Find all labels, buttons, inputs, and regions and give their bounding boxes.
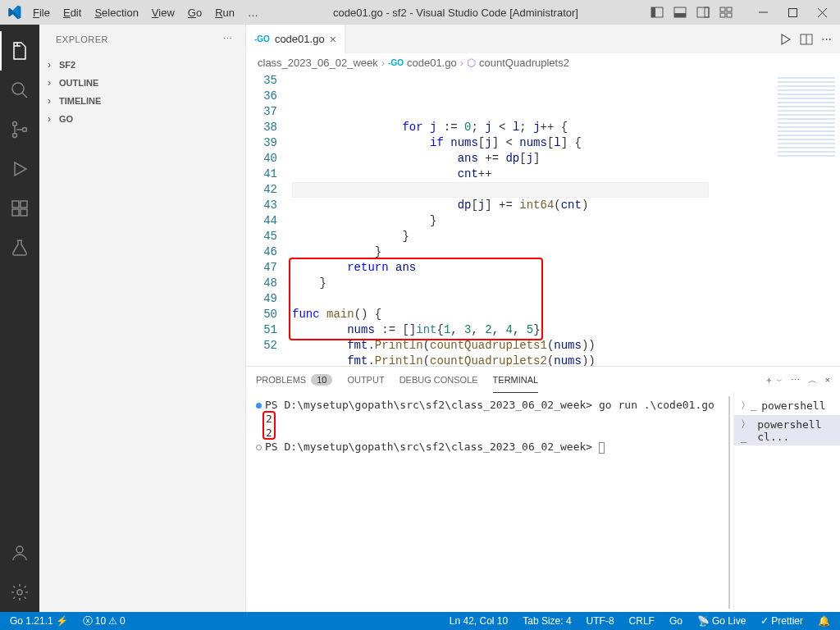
panel-more-icon[interactable]: ⋯ bbox=[791, 375, 800, 386]
tab-filename: code01.go bbox=[275, 33, 325, 45]
sidebar-section-outline[interactable]: ›OUTLINE bbox=[39, 74, 245, 92]
panel-tab-output[interactable]: OUTPUT bbox=[347, 367, 384, 393]
tab-code01[interactable]: -GO code01.go × bbox=[246, 25, 345, 53]
bottom-panel: PROBLEMS10OUTPUTDEBUG CONSOLETERMINAL ＋ … bbox=[246, 366, 840, 612]
status-ln-col[interactable]: Ln 42, Col 10 bbox=[446, 615, 511, 627]
svg-rect-20 bbox=[12, 209, 19, 216]
sidebar-section-go[interactable]: ›GO bbox=[39, 110, 245, 128]
status-eol[interactable]: CRLF bbox=[626, 615, 658, 627]
layout-panel-icon[interactable] bbox=[671, 3, 689, 21]
explorer-title: EXPLORER bbox=[56, 34, 108, 44]
svg-point-23 bbox=[16, 546, 23, 553]
tab-close-icon[interactable]: × bbox=[330, 33, 336, 46]
menu-edit[interactable]: Edit bbox=[58, 4, 86, 21]
highlight-output bbox=[262, 411, 276, 440]
terminal-output-line: 2 bbox=[256, 426, 724, 440]
explorer-sidebar: EXPLORER ⋯ ›SF2›OUTLINE›TIMELINE›GO bbox=[39, 25, 246, 612]
panel-tab-terminal[interactable]: TERMINAL bbox=[493, 367, 539, 393]
svg-rect-5 bbox=[705, 7, 709, 17]
svg-rect-1 bbox=[651, 7, 655, 17]
svg-rect-19 bbox=[12, 201, 19, 208]
status-go-live[interactable]: 📡Go Live bbox=[694, 615, 749, 627]
panel-tab-debug-console[interactable]: DEBUG CONSOLE bbox=[399, 367, 478, 393]
editor-tabs: -GO code01.go × ⋯ bbox=[246, 25, 840, 53]
editor-more-icon[interactable]: ⋯ bbox=[821, 33, 832, 45]
activity-extensions[interactable] bbox=[0, 189, 39, 228]
status-go-version[interactable]: Go 1.21.1 ⚡ bbox=[7, 615, 71, 627]
chevron-right-icon: › bbox=[48, 113, 59, 125]
breadcrumb[interactable]: class_2023_06_02_week › -GO code01.go › … bbox=[246, 53, 840, 71]
sidebar-section-sf2[interactable]: ›SF2 bbox=[39, 56, 245, 74]
breadcrumb-folder[interactable]: class_2023_06_02_week bbox=[258, 57, 378, 69]
activity-run-debug[interactable] bbox=[0, 149, 39, 189]
explorer-more-icon[interactable]: ⋯ bbox=[223, 34, 233, 44]
menu-file[interactable]: File bbox=[28, 4, 55, 21]
menu-run[interactable]: Run bbox=[210, 4, 240, 21]
terminal-item[interactable]: 〉_powershell bbox=[734, 396, 840, 415]
window-title: code01.go - sf2 - Visual Studio Code [Ad… bbox=[263, 7, 648, 19]
terminal-scrollbar[interactable] bbox=[728, 396, 730, 609]
titlebar: File Edit Selection View Go Run … code01… bbox=[0, 0, 840, 25]
code-editor[interactable]: 353637383940414243444546474849505152 for… bbox=[246, 71, 840, 366]
split-editor-icon[interactable] bbox=[800, 33, 813, 46]
svg-rect-8 bbox=[720, 13, 725, 17]
status-tab-size[interactable]: Tab Size: 4 bbox=[519, 615, 574, 627]
terminal-prompt-path: PS D:\mysetup\gopath\src\sf2\class_2023_… bbox=[265, 441, 592, 453]
terminal-output-line: 2 bbox=[256, 412, 724, 426]
svg-rect-21 bbox=[21, 209, 27, 216]
chevron-right-icon: › bbox=[48, 77, 59, 89]
svg-point-17 bbox=[13, 134, 17, 138]
svg-rect-22 bbox=[21, 201, 27, 208]
menu-view[interactable]: View bbox=[147, 4, 180, 21]
status-encoding[interactable]: UTF-8 bbox=[583, 615, 618, 627]
terminal-icon: 〉_ bbox=[741, 399, 756, 413]
menu-bar: File Edit Selection View Go Run … bbox=[28, 4, 263, 21]
activity-explorer[interactable] bbox=[0, 31, 39, 71]
activity-testing[interactable] bbox=[0, 228, 39, 267]
close-icon[interactable] bbox=[810, 3, 833, 21]
svg-rect-11 bbox=[788, 8, 797, 16]
svg-rect-4 bbox=[697, 7, 709, 17]
activity-source-control[interactable] bbox=[0, 110, 39, 149]
breadcrumb-symbol[interactable]: countQuadruplets2 bbox=[479, 57, 569, 69]
svg-point-14 bbox=[12, 83, 24, 94]
run-icon[interactable] bbox=[778, 33, 792, 46]
menu-go[interactable]: Go bbox=[183, 4, 207, 21]
minimap[interactable] bbox=[774, 71, 840, 366]
editor-area: -GO code01.go × ⋯ class_2023_06_02_week … bbox=[246, 25, 840, 612]
vscode-logo-icon bbox=[7, 5, 21, 20]
terminal-command: go run .\code01.go bbox=[599, 399, 714, 411]
terminal[interactable]: PS D:\mysetup\gopath\src\sf2\class_2023_… bbox=[246, 393, 733, 612]
activity-accounts[interactable] bbox=[0, 533, 39, 573]
terminal-item[interactable]: 〉_powershell cl... bbox=[734, 415, 840, 445]
new-terminal-icon[interactable]: ＋ ﹀ bbox=[765, 374, 783, 386]
highlight-main-func bbox=[289, 258, 543, 340]
menu-more[interactable]: … bbox=[243, 4, 263, 21]
layout-sidebar-right-icon[interactable] bbox=[694, 3, 712, 21]
activity-bar bbox=[0, 25, 39, 612]
breadcrumb-file[interactable]: code01.go bbox=[407, 57, 457, 69]
chevron-right-icon: › bbox=[48, 95, 59, 107]
panel-tab-problems[interactable]: PROBLEMS10 bbox=[256, 367, 332, 393]
svg-rect-9 bbox=[727, 13, 732, 17]
activity-settings[interactable] bbox=[0, 573, 39, 612]
status-prettier[interactable]: ✓Prettier bbox=[757, 615, 806, 627]
panel-close-icon[interactable]: × bbox=[825, 375, 830, 385]
terminal-list: 〉_powershell〉_powershell cl... bbox=[733, 393, 840, 612]
activity-search[interactable] bbox=[0, 71, 39, 110]
svg-rect-7 bbox=[727, 7, 732, 11]
layout-sidebar-left-icon[interactable] bbox=[648, 3, 666, 21]
symbol-function-icon: ⬡ bbox=[467, 57, 476, 69]
menu-selection[interactable]: Selection bbox=[89, 4, 143, 21]
go-file-icon: -GO bbox=[388, 58, 404, 67]
maximize-icon[interactable] bbox=[781, 3, 804, 21]
sidebar-section-timeline[interactable]: ›TIMELINE bbox=[39, 92, 245, 110]
minimize-icon[interactable] bbox=[751, 3, 774, 21]
status-language[interactable]: Go bbox=[666, 615, 686, 627]
go-file-icon: -GO bbox=[254, 34, 270, 43]
status-problems[interactable]: ⓧ10 ⚠0 bbox=[80, 614, 129, 628]
status-notifications-icon[interactable]: 🔔 bbox=[815, 615, 833, 627]
panel-maximize-icon[interactable]: ︿ bbox=[808, 374, 817, 386]
layout-customize-icon[interactable] bbox=[717, 3, 735, 21]
svg-point-16 bbox=[13, 122, 17, 126]
